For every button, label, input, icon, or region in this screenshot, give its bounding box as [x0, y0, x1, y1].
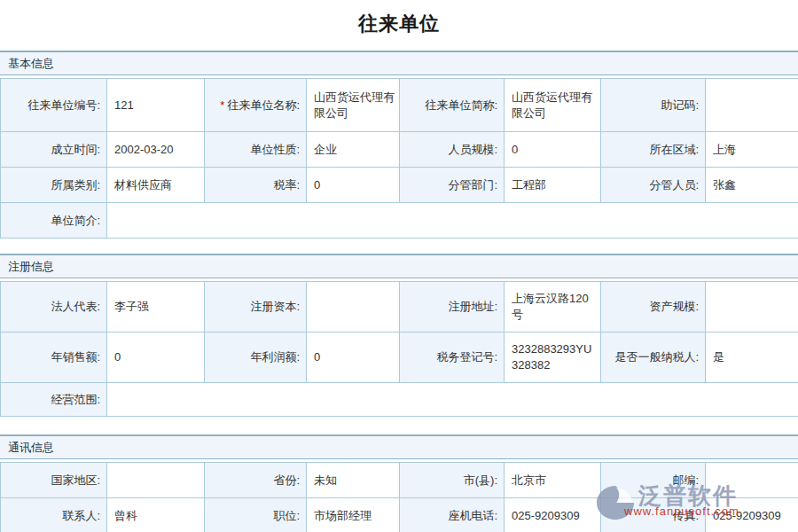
category-label: 所属类别: [1, 168, 107, 203]
established-date-label: 成立时间: [1, 132, 107, 168]
unit-name-label: *往来单位名称: [205, 79, 307, 132]
region-value: 上海 [706, 132, 798, 168]
province-label: 省份: [205, 463, 307, 498]
table-row: 经营范围: [1, 383, 798, 417]
tax-registration-no-label: 税务登记号: [400, 332, 505, 383]
page-title: 往来单位 [0, 0, 798, 51]
contact-unit-detail-page: 往来单位 基本信息 往来单位编号: 121 *往来单位名称: 山西货运代理有限公… [0, 0, 798, 532]
established-date-value: 2002-03-20 [107, 132, 205, 168]
unit-intro-value [107, 203, 798, 239]
unit-code-value: 121 [107, 79, 205, 132]
unit-code-label: 往来单位编号: [1, 79, 107, 132]
tax-rate-label: 税率: [205, 168, 307, 203]
city-county-value: 北京市 [505, 463, 601, 498]
section-title: 基本信息 [8, 57, 54, 70]
country-region-label: 国家地区: [1, 463, 107, 498]
annual-sales-label: 年销售额: [1, 332, 107, 383]
annual-profit-label: 年利润额: [205, 332, 307, 383]
unit-intro-label: 单位简介: [1, 203, 107, 239]
annual-profit-value: 0 [307, 332, 400, 383]
region-label: 所在区域: [601, 132, 706, 168]
section-title: 注册信息 [8, 260, 54, 273]
legal-representative-value: 李子强 [107, 282, 205, 332]
asset-scale-value [706, 282, 798, 332]
staff-size-label: 人员规模: [400, 132, 505, 168]
fax-value: 025-9209309 [706, 498, 798, 532]
landline-phone-label: 座机电话: [400, 498, 505, 532]
section-header-communication-info: 通讯信息 [0, 434, 798, 459]
position-value: 市场部经理 [307, 498, 400, 532]
table-row: 联系人: 曾科 职位: 市场部经理 座机电话: 025-9209309 传真: … [1, 498, 798, 532]
general-taxpayer-label: 是否一般纳税人: [601, 332, 706, 383]
annual-sales-value: 0 [107, 332, 205, 383]
table-row: 国家地区: 省份: 未知 市(县): 北京市 邮编: [1, 463, 798, 498]
unit-short-name-value: 山西货运代理有限公司 [505, 79, 601, 132]
unit-nature-value: 企业 [307, 132, 400, 168]
unit-short-name-label: 往来单位简称: [400, 79, 505, 132]
section-title: 通讯信息 [8, 441, 54, 454]
registered-capital-value [307, 282, 400, 332]
tax-registration-no-value: 3232883293YU328382 [505, 332, 601, 383]
required-marker: * [220, 98, 224, 112]
tax-rate-value: 0 [307, 168, 400, 203]
managing-department-value: 工程部 [505, 168, 601, 203]
table-row: 法人代表: 李子强 注册资本: 注册地址: 上海云汉路120号 资产规模: [1, 282, 798, 332]
mnemonic-code-value [706, 79, 798, 132]
fax-label: 传真: [601, 498, 706, 532]
asset-scale-label: 资产规模: [601, 282, 706, 332]
staff-size-value: 0 [505, 132, 601, 168]
table-row: 往来单位编号: 121 *往来单位名称: 山西货运代理有限公司 往来单位简称: … [1, 79, 798, 132]
business-scope-label: 经营范围: [1, 383, 107, 417]
registered-address-value: 上海云汉路120号 [505, 282, 601, 332]
country-region-value [107, 463, 205, 498]
table-row: 年销售额: 0 年利润额: 0 税务登记号: 3232883293YU32838… [1, 332, 798, 383]
managing-person-value: 张鑫 [706, 168, 798, 203]
table-row: 所属类别: 材料供应商 税率: 0 分管部门: 工程部 分管人员: 张鑫 [1, 168, 798, 203]
business-scope-value [107, 383, 798, 417]
registered-capital-label: 注册资本: [205, 282, 307, 332]
registered-address-label: 注册地址: [400, 282, 505, 332]
postal-code-value [706, 463, 798, 498]
section-header-registration-info: 注册信息 [0, 254, 798, 278]
table-row: 成立时间: 2002-03-20 单位性质: 企业 人员规模: 0 所在区域: … [1, 132, 798, 168]
position-label: 职位: [205, 498, 307, 532]
general-taxpayer-value: 是 [706, 332, 798, 383]
basic-info-table: 往来单位编号: 121 *往来单位名称: 山西货运代理有限公司 往来单位简称: … [0, 78, 798, 239]
category-value: 材料供应商 [107, 168, 205, 203]
registration-info-table: 法人代表: 李子强 注册资本: 注册地址: 上海云汉路120号 资产规模: 年销… [0, 281, 798, 417]
province-value: 未知 [307, 463, 400, 498]
city-county-label: 市(县): [400, 463, 505, 498]
legal-representative-label: 法人代表: [1, 282, 107, 332]
section-header-basic-info: 基本信息 [0, 51, 798, 75]
contact-person-label: 联系人: [1, 498, 107, 532]
unit-name-value: 山西货运代理有限公司 [307, 79, 400, 132]
landline-phone-value: 025-9209309 [505, 498, 601, 532]
managing-department-label: 分管部门: [400, 168, 505, 203]
table-row: 单位简介: [1, 203, 798, 239]
contact-person-value: 曾科 [107, 498, 205, 532]
unit-nature-label: 单位性质: [205, 132, 307, 168]
mnemonic-code-label: 助记码: [601, 79, 706, 132]
managing-person-label: 分管人员: [601, 168, 706, 203]
communication-info-table: 国家地区: 省份: 未知 市(县): 北京市 邮编: 联系人: 曾科 职位: 市… [0, 462, 798, 532]
postal-code-label: 邮编: [601, 463, 706, 498]
